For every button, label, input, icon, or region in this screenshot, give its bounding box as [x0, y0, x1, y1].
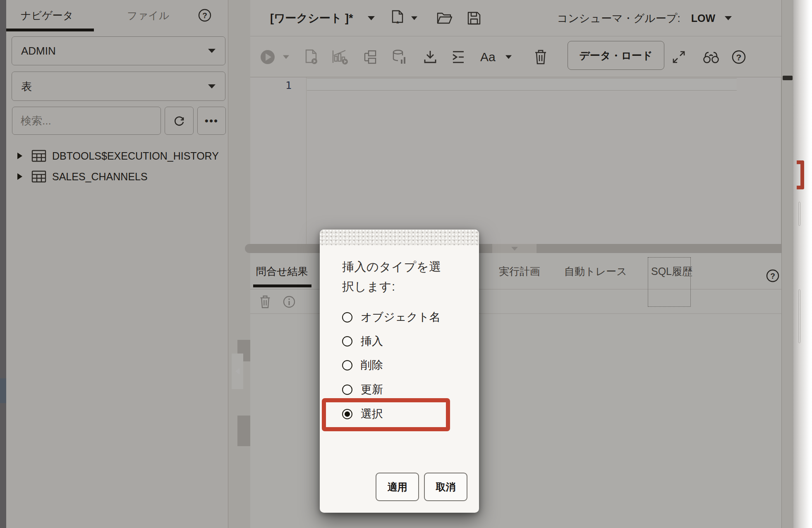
collapse-sidebar-handle[interactable] [232, 354, 243, 389]
schema-select[interactable]: ADMIN [12, 36, 225, 65]
tab-autotrace[interactable]: 自動トレース [564, 265, 627, 278]
active-tab-underline [6, 29, 94, 31]
tab-explain-plan[interactable]: 実行計画 [499, 265, 540, 278]
radio-icon[interactable] [342, 385, 352, 395]
trash-icon[interactable] [534, 49, 547, 65]
consumer-group-label: コンシューマ・グループ: [557, 11, 680, 26]
window-left-edge [0, 0, 6, 528]
app-root: ナビゲータ ファイル ? ADMIN 表 [0, 0, 812, 528]
clipped-red-annotation [797, 160, 804, 189]
sql-editor[interactable]: 1 [250, 77, 782, 245]
explain-plan-icon[interactable] [331, 49, 349, 65]
autotrace-icon[interactable] [392, 49, 407, 65]
tree-item-table[interactable]: SALES_CHANNELS [6, 168, 228, 185]
chevron-down-icon [208, 84, 216, 89]
data-load-button[interactable]: データ・ロード [568, 41, 664, 70]
download-icon[interactable] [423, 50, 438, 65]
edge-decoration [0, 378, 6, 403]
open-file-icon[interactable] [436, 12, 453, 25]
info-icon[interactable] [283, 295, 296, 308]
object-type-select[interactable]: 表 [12, 72, 225, 101]
current-line-highlight [307, 78, 737, 91]
worksheet-selector[interactable]: [ワークシート ]* [270, 0, 375, 36]
clear-results-trash-icon[interactable] [259, 295, 271, 309]
ellipsis-icon: ••• [205, 115, 218, 127]
object-type-select-value: 表 [21, 79, 32, 93]
tab-navigator[interactable]: ナビゲータ [21, 9, 73, 22]
find-binoculars-icon[interactable] [703, 50, 719, 64]
triangle-left-icon [235, 367, 240, 375]
tree-item-table[interactable]: DBTOOLS$EXECUTION_HISTORY [6, 147, 228, 165]
svg-text:*: * [396, 20, 399, 27]
collapse-results-handle[interactable] [492, 244, 537, 253]
refresh-icon [172, 114, 186, 127]
dialog-title-line1: 挿入のタイプを選 [342, 257, 466, 277]
expand-triangle-icon[interactable] [17, 152, 26, 160]
font-size-button[interactable]: Aa [480, 50, 496, 64]
svg-text:?: ? [770, 272, 775, 280]
new-worksheet-menu-caret[interactable] [411, 16, 418, 20]
worksheet-help-icon[interactable]: ? [731, 50, 746, 65]
selected-option-highlight-annotation [322, 398, 450, 431]
vertical-splitter[interactable] [228, 0, 250, 528]
consumer-group-value[interactable]: LOW [691, 12, 715, 24]
line-number: 1 [250, 79, 292, 91]
plan-hierarchy-icon[interactable] [362, 50, 378, 65]
save-icon[interactable] [467, 11, 481, 25]
table-name: DBTOOLS$EXECUTION_HISTORY [52, 150, 219, 162]
radio-icon[interactable] [342, 336, 352, 346]
refresh-button[interactable] [165, 107, 194, 135]
worksheet-title: [ワークシート ]* [270, 11, 353, 26]
radio-label: オブジェクト名 [361, 310, 441, 325]
edge-fragment [798, 202, 800, 226]
radio-option-update[interactable]: 更新 [342, 382, 383, 397]
more-actions-button[interactable]: ••• [197, 107, 226, 135]
tab-query-result[interactable]: 問合せ結果 [256, 265, 308, 278]
radio-icon-checked[interactable] [342, 409, 352, 419]
search-input[interactable] [12, 107, 160, 134]
tab-sql-history[interactable]: SQL履歴 [651, 265, 692, 278]
radio-icon[interactable] [342, 360, 352, 370]
scrollbar-thumb[interactable] [237, 416, 250, 446]
triangle-down-icon [511, 246, 518, 251]
page-scrollbar-thumb[interactable] [783, 76, 793, 80]
insert-type-dialog: 挿入のタイプを選 択します: オブジェクト名 挿入 削除 更新 選択 適用 取消 [320, 229, 479, 513]
navigator-sidebar: ナビゲータ ファイル ? ADMIN 表 [6, 0, 228, 528]
format-code-icon[interactable] [450, 50, 466, 64]
dialog-title-line2: 択します: [342, 277, 466, 296]
chevron-down-icon [208, 48, 216, 53]
worksheet-toolbar-top: [ワークシート ]* * [250, 0, 782, 36]
radio-option-insert[interactable]: 挿入 [342, 334, 383, 349]
radio-label: 選択 [361, 406, 383, 421]
apply-button[interactable]: 適用 [376, 473, 419, 501]
results-help-icon[interactable]: ? [766, 269, 780, 283]
dialog-drag-grip[interactable] [320, 229, 479, 245]
svg-text:?: ? [202, 11, 207, 20]
screen-right-margin [793, 0, 812, 528]
radio-option-delete[interactable]: 削除 [342, 358, 383, 373]
table-name: SALES_CHANNELS [52, 171, 148, 183]
sidebar-help-icon[interactable]: ? [198, 8, 212, 22]
run-menu-caret[interactable] [283, 55, 290, 59]
radio-option-object-name[interactable]: オブジェクト名 [342, 310, 441, 325]
gutter-divider [306, 77, 307, 245]
font-size-label: Aa [480, 50, 496, 64]
radio-option-select[interactable]: 選択 [342, 406, 383, 421]
cancel-button[interactable]: 取消 [424, 473, 467, 501]
table-icon [31, 170, 46, 183]
radio-label: 削除 [361, 358, 383, 373]
search-box [12, 107, 161, 135]
run-script-icon[interactable] [304, 49, 319, 65]
font-menu-caret[interactable] [505, 55, 512, 59]
edge-fragment [798, 289, 800, 343]
expand-triangle-icon[interactable] [17, 172, 26, 181]
chevron-down-icon[interactable] [724, 16, 732, 21]
radio-icon[interactable] [342, 312, 352, 323]
run-statement-button[interactable] [260, 49, 275, 65]
maximize-icon[interactable] [672, 50, 686, 64]
radio-label: 挿入 [361, 334, 383, 349]
chevron-down-icon [367, 16, 375, 21]
worksheet-toolbar-actions: Aa データ・ロード [250, 37, 782, 77]
new-worksheet-button[interactable]: * [391, 10, 405, 27]
tab-files[interactable]: ファイル [127, 9, 169, 22]
